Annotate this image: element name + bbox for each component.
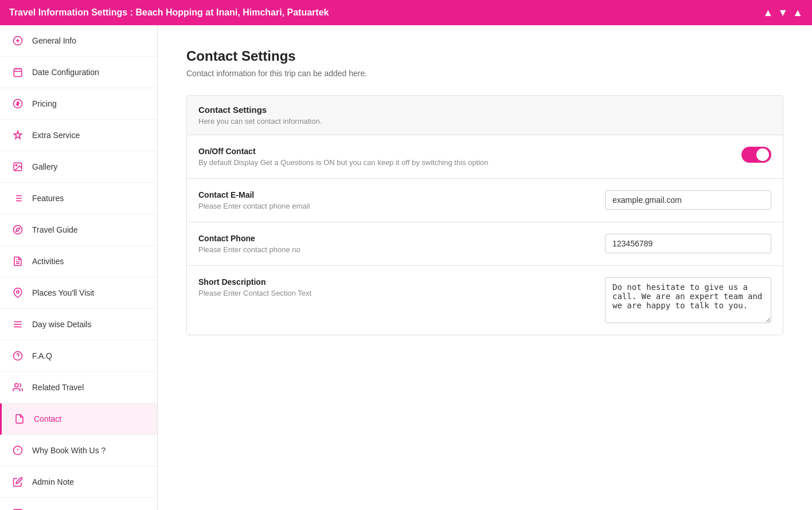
row-control-short-description: [599, 277, 771, 323]
row-control-contact-email: [599, 190, 771, 210]
sidebar-item-label-activities: Activities: [32, 257, 64, 266]
contact-settings-card: Contact Settings Here you can set contac…: [186, 95, 783, 335]
date-configuration-icon: [11, 66, 24, 79]
sidebar-item-contact[interactable]: Contact: [0, 403, 157, 435]
sidebar-item-day-wise-details[interactable]: Day wise Details: [0, 309, 157, 340]
contact-icon: [13, 413, 26, 425]
svg-point-13: [14, 226, 22, 234]
sidebar-item-admin-note[interactable]: Admin Note: [0, 466, 157, 498]
faq-icon: [11, 350, 24, 362]
svg-marker-14: [16, 228, 19, 232]
extra-service-icon: [11, 129, 24, 142]
sidebar-item-label-faq: F.A.Q: [32, 351, 52, 360]
sidebar-item-label-gallery: Gallery: [32, 162, 57, 171]
gallery-icon: [11, 160, 24, 173]
toggle-on-off-contact[interactable]: [741, 147, 771, 163]
sidebar-item-label-date-configuration: Date Configuration: [32, 68, 99, 77]
sidebar-item-label-travel-guide: Travel Guide: [32, 225, 78, 234]
sidebar-item-date-configuration[interactable]: Date Configuration: [0, 57, 157, 88]
sidebar-item-general-info[interactable]: General Info: [0, 25, 157, 57]
input-contact-phone[interactable]: [605, 234, 771, 253]
sidebar-item-travel-guide[interactable]: Travel Guide: [0, 214, 157, 246]
topbar: Travel Information Settings : Beach Hopp…: [0, 0, 812, 25]
row-desc-short-description: Please Enter Contact Section Text: [198, 289, 311, 297]
sidebar-item-label-general-info: General Info: [32, 36, 76, 45]
sidebar-item-label-extra-service: Extra Service: [32, 131, 80, 140]
layout: General InfoDate ConfigurationPricingExt…: [0, 25, 812, 510]
card-header-subtitle: Here you can set contact information.: [198, 117, 771, 125]
sidebar-item-gallery[interactable]: Gallery: [0, 151, 157, 183]
sidebar-item-extra-service[interactable]: Extra Service: [0, 120, 157, 151]
sidebar-item-activities[interactable]: Activities: [0, 246, 157, 277]
sidebar: General InfoDate ConfigurationPricingExt…: [0, 25, 158, 510]
svg-point-23: [15, 383, 18, 387]
sidebar-item-pricing[interactable]: Pricing: [0, 88, 157, 120]
page-subtitle: Contact information for this trip can be…: [186, 69, 783, 78]
input-contact-email[interactable]: [605, 190, 771, 210]
related-travel-icon: [11, 381, 24, 394]
card-header-title: Contact Settings: [198, 105, 771, 115]
sidebar-item-label-admin-note: Admin Note: [32, 477, 74, 487]
row-control-contact-phone: [599, 234, 771, 253]
row-title-contact-email: Contact E-Mail: [198, 190, 310, 199]
sidebar-item-label-places-youll-visit: Places You'll Visit: [32, 288, 94, 297]
topbar-nav: ▲ ▼ ▲: [763, 7, 803, 19]
admin-note-icon: [11, 476, 24, 488]
row-label-contact-email: Contact E-MailPlease Enter contact phone…: [198, 190, 310, 210]
sidebar-item-label-day-wise-details: Day wise Details: [32, 320, 91, 329]
row-desc-contact-email: Please Enter contact phone email: [198, 202, 310, 210]
row-desc-contact-phone: Please Enter contact phone no: [198, 245, 300, 254]
sidebar-item-label-features: Features: [32, 194, 64, 203]
sidebar-item-features[interactable]: Features: [0, 183, 157, 214]
card-row-short-description: Short DescriptionPlease Enter Contact Se…: [187, 266, 783, 335]
sidebar-item-label-pricing: Pricing: [32, 99, 57, 108]
nav-down-icon[interactable]: ▼: [778, 7, 788, 19]
svg-point-6: [15, 164, 17, 166]
sidebar-item-related-travel[interactable]: Related Travel: [0, 372, 157, 403]
day-wise-details-icon: [11, 318, 24, 331]
activities-icon: [11, 255, 24, 268]
sidebar-item-label-related-travel: Related Travel: [32, 383, 84, 392]
card-row-on-off-contact: On/Off ContactBy default Display Get a Q…: [187, 135, 783, 179]
row-label-on-off-contact: On/Off ContactBy default Display Get a Q…: [198, 147, 489, 167]
nav-up-icon[interactable]: ▲: [763, 7, 774, 19]
row-title-short-description: Short Description: [198, 277, 311, 287]
sidebar-item-display-settings[interactable]: Display settings: [0, 498, 157, 510]
why-book-with-us-icon: [11, 444, 24, 457]
row-desc-on-off-contact: By default Display Get a Questions is ON…: [198, 158, 489, 167]
display-settings-icon: [11, 507, 24, 510]
features-icon: [11, 192, 24, 205]
sidebar-item-label-why-book-with-us: Why Book With Us ?: [32, 446, 106, 455]
pricing-icon: [11, 97, 24, 110]
svg-rect-0: [14, 69, 22, 77]
card-header: Contact Settings Here you can set contac…: [187, 96, 783, 135]
places-youll-visit-icon: [11, 287, 24, 299]
row-title-contact-phone: Contact Phone: [198, 234, 300, 243]
travel-guide-icon: [11, 223, 24, 236]
svg-point-17: [17, 291, 19, 293]
nav-expand-icon[interactable]: ▲: [793, 7, 803, 19]
sidebar-item-faq[interactable]: F.A.Q: [0, 340, 157, 372]
textarea-short-description[interactable]: [605, 277, 771, 323]
card-row-contact-email: Contact E-MailPlease Enter contact phone…: [187, 179, 783, 222]
sidebar-item-label-contact: Contact: [34, 414, 61, 423]
row-label-contact-phone: Contact PhonePlease Enter contact phone …: [198, 234, 300, 254]
topbar-title: Travel Information Settings : Beach Hopp…: [9, 7, 329, 18]
general-info-icon: [11, 34, 24, 47]
sidebar-item-why-book-with-us[interactable]: Why Book With Us ?: [0, 435, 157, 466]
row-label-short-description: Short DescriptionPlease Enter Contact Se…: [198, 277, 311, 297]
row-control-on-off-contact: [599, 147, 771, 163]
card-row-contact-phone: Contact PhonePlease Enter contact phone …: [187, 222, 783, 266]
row-title-on-off-contact: On/Off Contact: [198, 147, 489, 156]
page-title: Contact Settings: [186, 48, 783, 64]
main-content: Contact Settings Contact information for…: [158, 25, 812, 510]
sidebar-item-places-youll-visit[interactable]: Places You'll Visit: [0, 277, 157, 309]
